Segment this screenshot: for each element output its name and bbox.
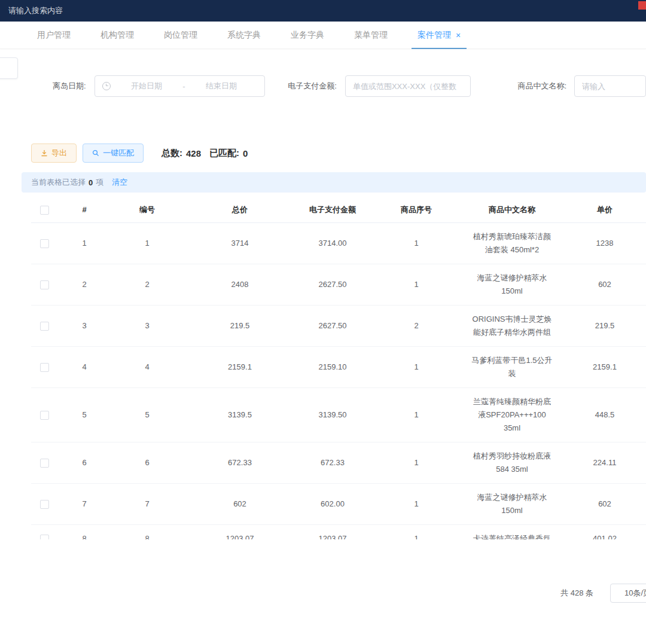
- cell-item_no: 1: [368, 483, 464, 524]
- cell-checkbox: [31, 264, 57, 305]
- page-size-select[interactable]: 10条/页: [610, 584, 646, 603]
- row-checkbox[interactable]: [40, 363, 49, 372]
- row-checkbox[interactable]: [40, 239, 49, 248]
- row-checkbox[interactable]: [40, 500, 49, 509]
- cell-checkbox: [31, 305, 57, 346]
- cell-paid: 2627.50: [297, 305, 368, 346]
- cell-index: 6: [57, 442, 111, 483]
- tab-1[interactable]: 用户管理: [28, 22, 80, 49]
- cell-paid: 1203.07: [297, 524, 368, 539]
- cell-name: 海蓝之谜修护精萃水 150ml: [464, 483, 560, 524]
- clock-icon: [102, 82, 111, 90]
- product-name: 植村秀新琥珀臻萃洁颜油套装 450ml*2: [470, 230, 554, 257]
- selection-suffix: 项: [96, 177, 103, 188]
- tab-7[interactable]: 案件管理×: [408, 22, 470, 49]
- cell-item_no: 2: [368, 305, 464, 346]
- product-name: 马爹利蓝带干邑1.5公升装: [470, 354, 554, 380]
- cell-unit: 602: [560, 264, 646, 305]
- tab-2[interactable]: 机构管理: [91, 22, 144, 49]
- cell-total: 2408: [183, 264, 297, 305]
- tab-label: 岗位管理: [164, 30, 197, 41]
- search-icon: [92, 149, 99, 157]
- row-checkbox[interactable]: [40, 459, 49, 468]
- cell-checkbox: [31, 387, 57, 442]
- one-click-match-button[interactable]: 一键匹配: [83, 144, 144, 163]
- product-name: 海蓝之谜修护精萃水 150ml: [470, 271, 554, 298]
- cell-name: 植村秀羽纱持妆粉底液 584 35ml: [464, 442, 560, 483]
- row-checkbox[interactable]: [40, 322, 49, 331]
- total-label: 总数:: [162, 148, 182, 159]
- date-start-placeholder[interactable]: 开始日期: [111, 81, 183, 91]
- cell-unit: 448.5: [560, 387, 646, 442]
- tab-label: 机构管理: [100, 30, 134, 41]
- matched-value: 0: [243, 148, 248, 158]
- selection-info-bar: 当前表格已选择 0 项 清空: [22, 172, 646, 193]
- cell-total: 3714: [183, 222, 297, 264]
- cell-paid: 3714.00: [297, 222, 368, 264]
- select-all-checkbox[interactable]: [40, 206, 49, 215]
- cell-code: 3: [111, 305, 183, 346]
- table-body: 1137143714.001植村秀新琥珀臻萃洁颜油套装 450ml*212382…: [31, 222, 646, 539]
- toolbar: 导出 一键匹配 总数: 428 已匹配: 0: [0, 144, 646, 163]
- product-name-filter-label: 商品中文名称:: [517, 81, 566, 91]
- table-row: 2224082627.501海蓝之谜修护精萃水 150ml602: [31, 264, 646, 305]
- cell-total: 2159.1: [183, 346, 297, 387]
- cell-checkbox: [31, 222, 57, 264]
- row-checkbox[interactable]: [40, 280, 49, 289]
- tab-label: 菜单管理: [354, 30, 388, 41]
- tab-5[interactable]: 业务字典: [281, 22, 334, 49]
- cell-item_no: 1: [368, 264, 464, 305]
- cell-paid: 2627.50: [297, 264, 368, 305]
- cell-unit: 224.11: [560, 442, 646, 483]
- cell-paid: 672.33: [297, 442, 368, 483]
- row-checkbox[interactable]: [40, 411, 49, 420]
- top-navbar: 请输入搜索内容: [0, 0, 646, 22]
- cell-checkbox: [31, 524, 57, 539]
- cell-code: 8: [111, 524, 183, 539]
- cell-code: 2: [111, 264, 183, 305]
- cell-unit: 401.02: [560, 524, 646, 539]
- column-header: 商品序号: [368, 197, 464, 222]
- cell-unit: 602: [560, 483, 646, 524]
- pagination-total: 共 428 条: [560, 588, 593, 599]
- table-row: 66672.33672.331植村秀羽纱持妆粉底液 584 35ml224.11: [31, 442, 646, 483]
- product-name: 卡诗菁纯亮泽经典香氛: [470, 532, 554, 540]
- global-search-input[interactable]: 请输入搜索内容: [8, 5, 63, 16]
- selection-prefix: 当前表格已选择: [31, 177, 86, 188]
- cell-index: 5: [57, 387, 111, 442]
- cell-total: 602: [183, 483, 297, 524]
- column-header: #: [57, 197, 111, 222]
- tab-3[interactable]: 岗位管理: [154, 22, 207, 49]
- column-header: 总价: [183, 197, 297, 222]
- column-header: 单价: [560, 197, 646, 222]
- product-name-input[interactable]: [574, 75, 646, 97]
- tab-6[interactable]: 菜单管理: [345, 22, 397, 49]
- row-checkbox[interactable]: [40, 535, 49, 539]
- tab-close-icon[interactable]: ×: [456, 30, 461, 40]
- clear-selection-link[interactable]: 清空: [112, 177, 127, 188]
- cell-paid: 2159.10: [297, 346, 368, 387]
- page-size-value: 10条/页: [624, 588, 646, 599]
- product-name: 植村秀羽纱持妆粉底液 584 35ml: [470, 450, 554, 476]
- filter-row: 离岛日期: 开始日期 - 结束日期 电子支付金额: 商品中文名称:: [0, 75, 646, 97]
- table-row: 553139.53139.501兰蔻菁纯臻颜精华粉底液SPF20PA+++100…: [31, 387, 646, 442]
- tab-label: 业务字典: [291, 30, 324, 41]
- export-button[interactable]: 导出: [31, 144, 77, 163]
- cell-code: 7: [111, 483, 183, 524]
- date-end-placeholder[interactable]: 结束日期: [185, 81, 258, 91]
- collapsed-panel-fragment: [0, 57, 18, 79]
- cell-unit: 2159.1: [560, 346, 646, 387]
- tab-4[interactable]: 系统字典: [218, 22, 270, 49]
- amount-input[interactable]: [345, 75, 471, 97]
- cell-checkbox: [31, 483, 57, 524]
- cell-code: 5: [111, 387, 183, 442]
- table-row: 442159.12159.101马爹利蓝带干邑1.5公升装2159.1: [31, 346, 646, 387]
- column-header: 商品中文名称: [464, 197, 560, 222]
- selection-count: 0: [89, 178, 93, 187]
- stats-text: 总数: 428 已匹配: 0: [162, 148, 252, 159]
- date-range-picker[interactable]: 开始日期 - 结束日期: [95, 75, 266, 97]
- table-row: 1137143714.001植村秀新琥珀臻萃洁颜油套装 450ml*21238: [31, 222, 646, 264]
- cell-index: 8: [57, 524, 111, 539]
- cell-paid: 602.00: [297, 483, 368, 524]
- product-name: ORIGINS韦博士灵芝焕能好底子精华水两件组: [470, 313, 554, 339]
